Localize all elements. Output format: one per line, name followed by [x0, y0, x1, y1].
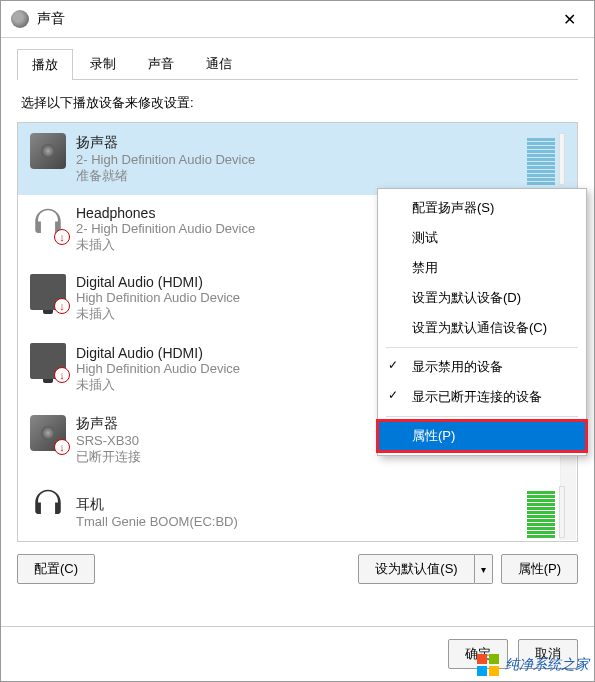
branding-text: 纯净系统之家	[505, 656, 589, 674]
branding-overlay: 纯净系统之家	[477, 654, 589, 676]
set-default-dropdown[interactable]: ▾	[475, 554, 493, 584]
tab-communications[interactable]: 通信	[191, 48, 247, 79]
device-info: 耳机 Tmall Genie BOOM(EC:BD)	[76, 486, 527, 538]
level-meter	[527, 133, 555, 185]
unplugged-badge-icon: ↓	[54, 367, 70, 383]
device-status: 准备就绪	[76, 167, 527, 185]
menu-disable[interactable]: 禁用	[378, 253, 586, 283]
instruction-text: 选择以下播放设备来修改设置:	[21, 94, 578, 112]
level-side	[559, 133, 565, 185]
monitor-icon: ↓	[30, 343, 66, 379]
titlebar: 声音 ✕	[1, 1, 594, 38]
properties-button[interactable]: 属性(P)	[501, 554, 578, 584]
device-sub: 2- High Definition Audio Device	[76, 152, 527, 167]
device-info: 扬声器 2- High Definition Audio Device 准备就绪	[76, 133, 527, 185]
menu-test[interactable]: 测试	[378, 223, 586, 253]
tab-playback[interactable]: 播放	[17, 49, 73, 80]
windows-logo-icon	[477, 654, 499, 676]
unplugged-badge-icon: ↓	[54, 298, 70, 314]
menu-label: 显示已断开连接的设备	[412, 389, 542, 404]
set-default-button[interactable]: 设为默认值(S)	[358, 554, 474, 584]
level-side	[559, 486, 565, 538]
monitor-icon: ↓	[30, 274, 66, 310]
disconnected-badge-icon: ↓	[54, 439, 70, 455]
action-row: 配置(C) 设为默认值(S) ▾ 属性(P)	[17, 542, 578, 596]
menu-separator	[386, 416, 578, 417]
tab-strip: 播放 录制 声音 通信	[17, 48, 578, 80]
check-icon: ✓	[388, 358, 398, 372]
device-name: 耳机	[76, 496, 527, 514]
check-icon: ✓	[388, 388, 398, 402]
close-button[interactable]: ✕	[554, 7, 584, 31]
menu-separator	[386, 347, 578, 348]
speaker-icon	[30, 133, 66, 169]
tab-recording[interactable]: 录制	[75, 48, 131, 79]
menu-set-default-comm[interactable]: 设置为默认通信设备(C)	[378, 313, 586, 343]
headphones-icon: ↓	[30, 205, 66, 241]
tab-sounds[interactable]: 声音	[133, 48, 189, 79]
menu-show-disconnected[interactable]: ✓显示已断开连接的设备	[378, 382, 586, 412]
headphones-icon	[30, 486, 66, 522]
device-item[interactable]: 耳机 Tmall Genie BOOM(EC:BD)	[18, 476, 577, 541]
device-item[interactable]: 扬声器 2- High Definition Audio Device 准备就绪	[18, 123, 577, 195]
sound-dialog: 声音 ✕ 播放 录制 声音 通信 选择以下播放设备来修改设置: 扬声器 2- H…	[0, 0, 595, 682]
unplugged-badge-icon: ↓	[54, 229, 70, 245]
menu-label: 显示禁用的设备	[412, 359, 503, 374]
menu-set-default-device[interactable]: 设置为默认设备(D)	[378, 283, 586, 313]
set-default-split: 设为默认值(S) ▾	[358, 554, 492, 584]
device-sub: Tmall Genie BOOM(EC:BD)	[76, 514, 527, 529]
device-name: 扬声器	[76, 134, 527, 152]
menu-show-disabled[interactable]: ✓显示禁用的设备	[378, 352, 586, 382]
menu-properties[interactable]: 属性(P)	[378, 421, 586, 451]
menu-configure-speakers[interactable]: 配置扬声器(S)	[378, 193, 586, 223]
speaker-icon: ↓	[30, 415, 66, 451]
sound-icon	[11, 10, 29, 28]
dialog-title: 声音	[37, 10, 554, 28]
level-meter	[527, 486, 555, 538]
configure-button[interactable]: 配置(C)	[17, 554, 95, 584]
context-menu: 配置扬声器(S) 测试 禁用 设置为默认设备(D) 设置为默认通信设备(C) ✓…	[377, 188, 587, 456]
